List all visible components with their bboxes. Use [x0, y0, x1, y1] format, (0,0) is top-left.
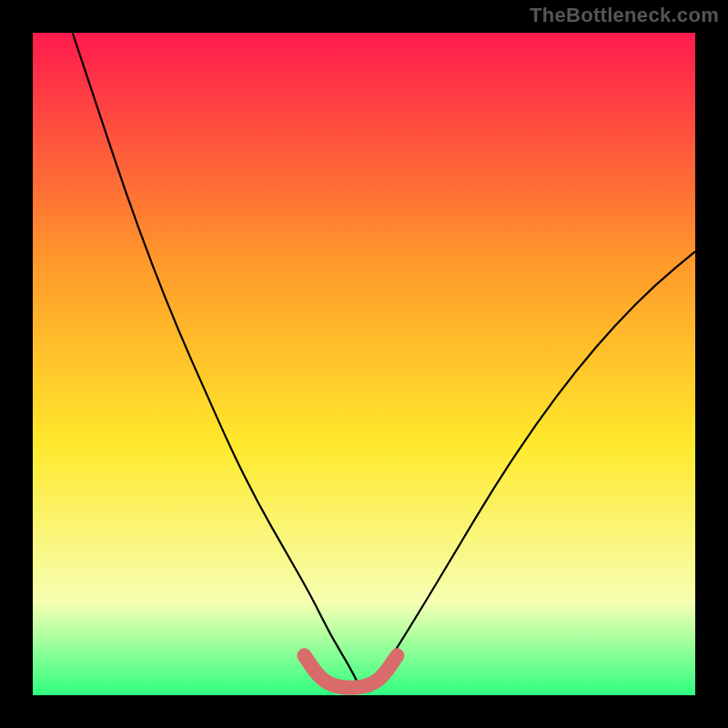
chart-frame: TheBottleneck.com: [0, 0, 728, 728]
bottleneck-chart: [0, 0, 728, 728]
watermark-text: TheBottleneck.com: [530, 4, 719, 27]
chart-gradient-panel: [33, 33, 695, 695]
